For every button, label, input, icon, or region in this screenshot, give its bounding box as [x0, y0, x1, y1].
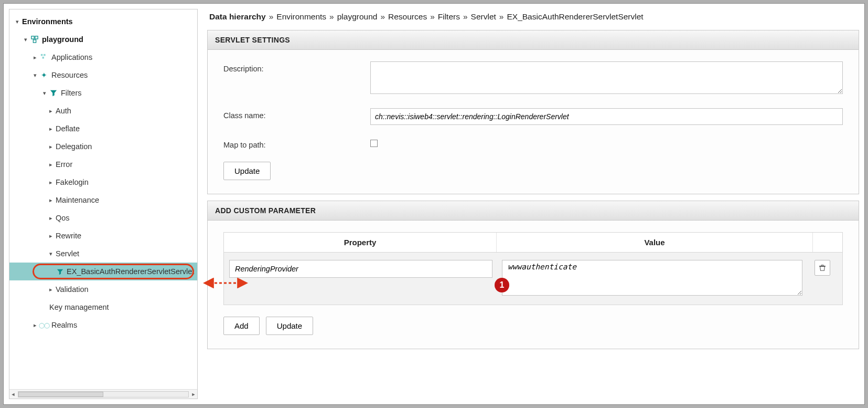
svg-rect-4	[44, 54, 46, 56]
header-actions	[813, 233, 842, 252]
tree-label: Delegation	[56, 142, 92, 151]
description-textarea[interactable]	[370, 61, 843, 94]
tree-label: Maintenance	[56, 196, 99, 204]
caret-right-icon: ▸	[47, 108, 55, 114]
caret-right-icon: ▸	[47, 215, 55, 222]
tree-label: Filters	[61, 89, 81, 97]
tree-label: Fakelogin	[56, 178, 89, 186]
caret-down-icon: ▾	[31, 72, 39, 79]
tree: ▾ Environments ▾ playground ▸ Applicatio…	[9, 13, 197, 389]
tree-node-resources[interactable]: ▾ ✦ Resources	[9, 66, 197, 84]
tree-node-realms[interactable]: ▸ ◯◯ Realms	[9, 316, 197, 334]
tree-label: Realms	[51, 321, 77, 329]
tree-label: Environments	[22, 17, 73, 26]
tree-node-fakelogin[interactable]: ▸ Fakelogin	[9, 173, 197, 191]
tree-node-rewrite[interactable]: ▸ Rewrite	[9, 227, 197, 245]
breadcrumb-sep-icon: »	[329, 12, 334, 22]
row-maptopath: Map to path:	[223, 138, 843, 149]
maptopath-label: Map to path:	[223, 138, 370, 149]
breadcrumb-sep-icon: »	[430, 12, 435, 22]
apps-icon	[40, 53, 48, 61]
tree-node-ex-basicauth[interactable]: EX_BasicAuthRendererServletServlet	[9, 263, 197, 280]
filter-icon	[49, 89, 58, 97]
breadcrumb-item[interactable]: Servlet	[471, 12, 496, 22]
tree-label: Validation	[56, 285, 89, 294]
breadcrumb-item[interactable]: EX_BasicAuthRendererServletServlet	[507, 12, 643, 22]
caret-right-icon: ▸	[31, 54, 39, 61]
scroll-right-icon[interactable]: ►	[190, 391, 197, 398]
tree-label: EX_BasicAuthRendererServletServlet	[67, 267, 194, 276]
header-value: Value	[497, 233, 813, 252]
tree-label: Applications	[51, 53, 92, 61]
caret-down-icon: ▾	[14, 18, 21, 25]
tree-label: Error	[56, 160, 72, 169]
tree-node-auth[interactable]: ▸ Auth	[9, 102, 197, 120]
caret-right-icon: ▸	[47, 143, 55, 150]
tree-label: Qos	[56, 214, 70, 222]
add-button[interactable]: Add	[223, 317, 260, 335]
tree-label: playground	[42, 35, 83, 44]
caret-right-icon: ▸	[47, 179, 55, 186]
breadcrumb-item[interactable]: Filters	[438, 12, 460, 22]
tree-node-error[interactable]: ▸ Error	[9, 155, 197, 173]
caret-right-icon: ▸	[47, 125, 55, 132]
puzzle-icon: ✦	[40, 71, 48, 79]
value-textarea[interactable]: wwwauthenticate	[502, 260, 802, 296]
svg-rect-0	[31, 36, 34, 39]
tree-node-servlet[interactable]: ▾ Servlet	[9, 245, 197, 263]
sidebar: ▾ Environments ▾ playground ▸ Applicatio…	[9, 9, 198, 399]
description-label: Description:	[223, 61, 370, 73]
main-content: Data hierarchy » Environments » playgrou…	[207, 9, 859, 399]
tree-label: Resources	[51, 71, 88, 79]
classname-input[interactable]	[370, 108, 843, 125]
panel-servlet-settings: SERVLET SETTINGS Description: Class name…	[207, 30, 859, 194]
caret-right-icon: ▸	[31, 322, 39, 329]
svg-rect-1	[35, 36, 38, 39]
tree-node-validation[interactable]: ▸ Validation	[9, 280, 197, 298]
trash-icon	[819, 264, 826, 271]
breadcrumb-item[interactable]: playground	[337, 12, 378, 22]
breadcrumb-sep-icon: »	[499, 12, 504, 22]
horizontal-scrollbar[interactable]: ◄ ►	[9, 389, 197, 399]
tree-label: Deflate	[56, 124, 80, 133]
row-classname: Class name:	[223, 108, 843, 125]
caret-down-icon: ▾	[47, 250, 55, 257]
breadcrumb-item[interactable]: Data hierarchy	[209, 12, 266, 22]
caret-down-icon: ▾	[22, 36, 29, 43]
tree-node-delegation[interactable]: ▸ Delegation	[9, 138, 197, 155]
caret-down-icon: ▾	[41, 90, 48, 97]
caret-right-icon: ▸	[47, 286, 55, 293]
tree-label: Auth	[56, 107, 71, 115]
breadcrumb: Data hierarchy » Environments » playgrou…	[207, 9, 859, 24]
panel-header: SERVLET SETTINGS	[208, 30, 859, 50]
tree-node-qos[interactable]: ▸ Qos	[9, 209, 197, 227]
scroll-left-icon[interactable]: ◄	[9, 391, 17, 398]
update-button[interactable]: Update	[266, 317, 313, 335]
tree-node-deflate[interactable]: ▸ Deflate	[9, 120, 197, 138]
classname-label: Class name:	[223, 108, 370, 120]
row-description: Description:	[223, 61, 843, 96]
tree-node-filters[interactable]: ▾ Filters	[9, 84, 197, 102]
tree-node-keymgmt[interactable]: Key management	[9, 298, 197, 316]
caret-right-icon: ▸	[47, 233, 55, 239]
maptopath-checkbox[interactable]	[370, 140, 378, 147]
scroll-track[interactable]	[18, 391, 189, 397]
tree-label: Rewrite	[56, 232, 81, 240]
param-row: 1 wwwauthenticate	[224, 253, 842, 305]
param-table-header: Property Value	[224, 233, 842, 253]
tree-node-applications[interactable]: ▸ Applications	[9, 48, 197, 66]
delete-button[interactable]	[815, 260, 830, 276]
tree-node-maintenance[interactable]: ▸ Maintenance	[9, 191, 197, 209]
tree-node-playground[interactable]: ▾ playground	[9, 30, 197, 48]
filter-icon	[57, 267, 63, 276]
header-property: Property	[224, 233, 497, 252]
property-input[interactable]	[229, 260, 492, 278]
panel-add-custom-parameter: ADD CUSTOM PARAMETER Property Value 1	[207, 201, 859, 349]
breadcrumb-item[interactable]: Resources	[388, 12, 427, 22]
update-button[interactable]: Update	[223, 162, 271, 180]
tree-root-environments[interactable]: ▾ Environments	[9, 13, 197, 30]
breadcrumb-item[interactable]: Environments	[276, 12, 326, 22]
param-table: Property Value 1 wwwauthenticate	[223, 232, 843, 305]
scroll-thumb[interactable]	[18, 392, 103, 397]
servers-icon	[30, 35, 39, 44]
